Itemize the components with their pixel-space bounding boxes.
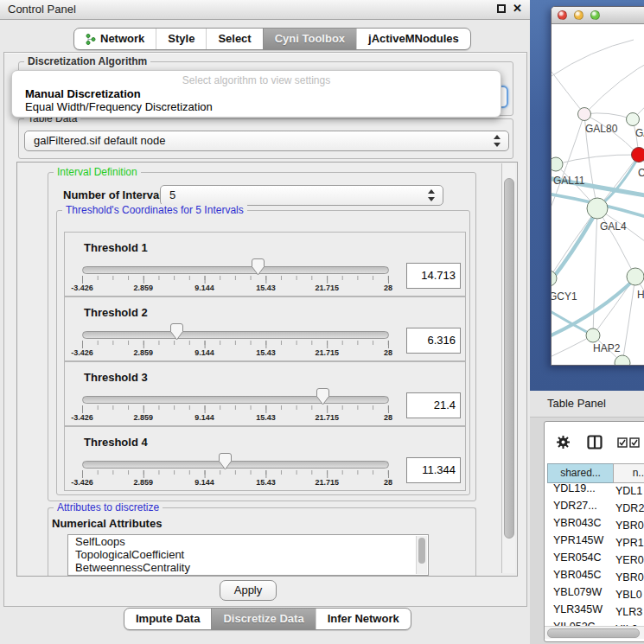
numerical-attributes-label: Numerical Attributes: [52, 517, 162, 530]
threshold-4-slider-track[interactable]: [82, 461, 389, 469]
node-label: GAL4: [600, 220, 627, 233]
list-item[interactable]: SelfLoops: [68, 535, 428, 548]
table-row[interactable]: YDL19...YDL1: [545, 482, 644, 500]
threshold-4-value-field[interactable]: 11.344: [406, 457, 461, 483]
threshold-4-slider-handle[interactable]: [219, 453, 232, 470]
discretization-algorithm-title: Discretization Algorithm: [24, 55, 150, 67]
table-row[interactable]: YPR145WYPR1: [545, 534, 644, 552]
tab-discretize-data[interactable]: Discretize Data: [211, 609, 315, 629]
threshold-3-panel: Threshold 3 -3.426 2.859 9.144 15.43: [64, 361, 466, 426]
number-of-intervals-value: 5: [169, 188, 175, 201]
table-horizontal-scrollbar[interactable]: [545, 626, 644, 639]
table-rows: YDL19...YDL1 YDR27...YDR2 YBR043CYBR0 YP…: [545, 482, 644, 626]
tab-select[interactable]: Select: [206, 29, 262, 49]
table-row[interactable]: YLR345WYLR3: [545, 603, 644, 621]
tab-network-label: Network: [100, 29, 144, 48]
table-hscrollbar-thumb[interactable]: [547, 628, 640, 638]
attributes-group: Attributes to discretize Numerical Attri…: [48, 507, 476, 577]
pane-scrollbar-thumb[interactable]: [504, 178, 514, 539]
node-label: GA: [635, 127, 644, 139]
split-columns-icon[interactable]: [587, 435, 603, 450]
network-icon: [86, 34, 96, 45]
table-data-group: Table Data galFiltered.sif default node: [18, 118, 513, 159]
list-item[interactable]: BetweennessCentrality: [68, 561, 428, 574]
threshold-4-label: Threshold 4: [84, 436, 148, 449]
network-node[interactable]: [627, 268, 644, 285]
column-header-shared[interactable]: shared...: [547, 463, 614, 483]
pane-vertical-scrollbar[interactable]: [501, 163, 515, 573]
tab-style[interactable]: Style: [156, 29, 206, 49]
gear-icon[interactable]: [556, 435, 571, 450]
threshold-1-value-field[interactable]: 14.713: [406, 263, 461, 289]
bottom-tab-bar: Impute Data Discretize Data Infer Networ…: [124, 608, 411, 630]
numerical-attributes-list[interactable]: SelfLoops TopologicalCoefficient Between…: [67, 534, 429, 576]
threshold-3-label: Threshold 3: [84, 371, 148, 384]
number-of-intervals-combobox[interactable]: 5: [160, 185, 443, 206]
popup-item-equal-width-frequency[interactable]: Equal Width/Frequency Discretization: [15, 100, 498, 114]
column-header-name[interactable]: n...: [613, 463, 644, 483]
node-label: GAL11: [553, 175, 585, 187]
tab-impute-data[interactable]: Impute Data: [124, 609, 211, 629]
threshold-2-ticks: [82, 341, 389, 348]
threshold-2-value-field[interactable]: 6.316: [406, 328, 461, 354]
float-window-icon[interactable]: [497, 4, 506, 13]
network-node[interactable]: [552, 157, 563, 171]
tab-network[interactable]: Network: [74, 29, 156, 49]
threshold-2-slider-handle[interactable]: [170, 323, 183, 341]
table-row[interactable]: YBL079WYBL0: [545, 586, 644, 603]
minimize-traffic-light-icon[interactable]: [574, 10, 583, 20]
node-label: H: [637, 289, 644, 301]
screen: Control Panel ✕ Network Style Select Cyn…: [0, 0, 644, 644]
list-item[interactable]: TopologicalCoefficient: [68, 548, 428, 561]
network-window-titlebar: [552, 7, 644, 24]
threshold-2-panel: Threshold 2 -3.426 2.859 9.144 15.43: [64, 296, 466, 361]
tab-cyni-toolbox[interactable]: Cyni Toolbox: [263, 29, 356, 49]
table-data-combobox[interactable]: galFiltered.sif default node: [24, 131, 509, 151]
thresholds-group: Threshold's Coordinates for 5 Intervals …: [56, 210, 470, 495]
table-row[interactable]: YER054CYER0: [545, 552, 644, 569]
threshold-2-axis: -3.426 2.859 9.144 15.43 21.715 28: [82, 348, 388, 359]
list-scrollbar-thumb[interactable]: [418, 538, 425, 564]
threshold-4-panel: Threshold 4 -3.426 2.859 9.144 15.43: [64, 426, 466, 491]
table-row[interactable]: YDR27...YDR2: [545, 500, 644, 517]
tab-infer-network[interactable]: Infer Network: [316, 609, 411, 629]
apply-button[interactable]: Apply: [220, 580, 277, 601]
network-canvas[interactable]: GAL80 GA GAL11 C GAL4 GCY1 H HAP2: [552, 24, 644, 365]
table-panel-zone: Table Panel shared... n... Y: [530, 391, 644, 644]
close-icon[interactable]: ✕: [513, 2, 522, 15]
cyni-toolbox-panel: Discretization Algorithm Table Data galF…: [3, 52, 527, 607]
node-label: GAL80: [585, 123, 618, 135]
threshold-1-slider-handle[interactable]: [252, 258, 265, 276]
threshold-2-label: Threshold 2: [84, 306, 148, 319]
settings-scroll-pane: Interval Definition Number of Intervals …: [16, 162, 518, 577]
network-node[interactable]: [587, 198, 608, 219]
threshold-1-axis: -3.426 2.859 9.144 15.43 21.715 28: [82, 284, 388, 294]
network-node[interactable]: [578, 108, 591, 121]
table-row[interactable]: YBR045CYBR0: [545, 569, 644, 586]
combo-stepper-icon: [428, 189, 436, 201]
threshold-3-axis: -3.426 2.859 9.144 15.43 21.715 28: [82, 413, 388, 424]
threshold-3-slider-track[interactable]: [82, 396, 389, 404]
node-label: GCY1: [552, 290, 577, 303]
zoom-traffic-light-icon[interactable]: [590, 10, 600, 20]
close-traffic-light-icon[interactable]: [558, 10, 567, 20]
node-label: C: [638, 167, 644, 179]
number-of-intervals-label: Number of Intervals: [63, 188, 169, 201]
list-scrollbar[interactable]: [416, 536, 427, 574]
popup-item-manual-discretization[interactable]: Manual Discretization: [15, 87, 498, 101]
threshold-1-slider-track[interactable]: [82, 266, 389, 274]
network-node[interactable]: [615, 355, 630, 365]
table-row[interactable]: YBR043CYBR0: [545, 517, 644, 534]
combo-stepper-icon: [494, 135, 501, 147]
node-label: HAP2: [593, 342, 621, 354]
checkbox-icons[interactable]: [617, 437, 640, 448]
top-tab-bar: Network Style Select Cyni Toolbox jActiv…: [73, 28, 471, 50]
network-node[interactable]: [586, 328, 600, 342]
tab-jactivemnodules[interactable]: jActiveMNodules: [356, 29, 470, 49]
network-node-selected[interactable]: [632, 148, 644, 163]
threshold-2-slider-track[interactable]: [82, 331, 389, 339]
network-node[interactable]: [627, 113, 640, 126]
threshold-3-slider-handle[interactable]: [316, 388, 329, 405]
threshold-3-value-field[interactable]: 21.4: [406, 392, 461, 418]
threshold-1-ticks: [82, 276, 389, 284]
